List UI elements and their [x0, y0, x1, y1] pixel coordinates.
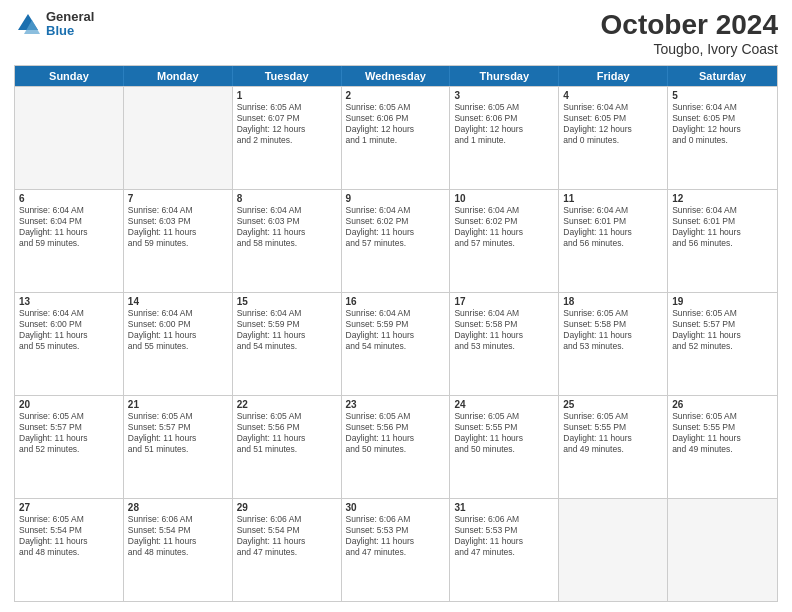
- day-info: Sunrise: 6:04 AM Sunset: 5:59 PM Dayligh…: [346, 308, 446, 352]
- day-cell-11: 11Sunrise: 6:04 AM Sunset: 6:01 PM Dayli…: [559, 190, 668, 292]
- day-number: 26: [672, 399, 773, 410]
- title-block: October 2024 Tougbo, Ivory Coast: [601, 10, 778, 57]
- day-number: 2: [346, 90, 446, 101]
- day-info: Sunrise: 6:06 AM Sunset: 5:53 PM Dayligh…: [454, 514, 554, 558]
- day-number: 21: [128, 399, 228, 410]
- day-number: 8: [237, 193, 337, 204]
- day-info: Sunrise: 6:05 AM Sunset: 5:56 PM Dayligh…: [346, 411, 446, 455]
- header-day-sunday: Sunday: [15, 66, 124, 86]
- calendar-row-2: 6Sunrise: 6:04 AM Sunset: 6:04 PM Daylig…: [15, 189, 777, 292]
- day-info: Sunrise: 6:04 AM Sunset: 6:02 PM Dayligh…: [454, 205, 554, 249]
- day-number: 5: [672, 90, 773, 101]
- day-cell-7: 7Sunrise: 6:04 AM Sunset: 6:03 PM Daylig…: [124, 190, 233, 292]
- day-cell-28: 28Sunrise: 6:06 AM Sunset: 5:54 PM Dayli…: [124, 499, 233, 601]
- day-number: 29: [237, 502, 337, 513]
- day-cell-18: 18Sunrise: 6:05 AM Sunset: 5:58 PM Dayli…: [559, 293, 668, 395]
- day-cell-17: 17Sunrise: 6:04 AM Sunset: 5:58 PM Dayli…: [450, 293, 559, 395]
- day-cell-8: 8Sunrise: 6:04 AM Sunset: 6:03 PM Daylig…: [233, 190, 342, 292]
- logo-general-label: General: [46, 10, 94, 24]
- day-info: Sunrise: 6:04 AM Sunset: 5:58 PM Dayligh…: [454, 308, 554, 352]
- day-cell-5: 5Sunrise: 6:04 AM Sunset: 6:05 PM Daylig…: [668, 87, 777, 189]
- day-info: Sunrise: 6:04 AM Sunset: 6:04 PM Dayligh…: [19, 205, 119, 249]
- day-info: Sunrise: 6:05 AM Sunset: 5:57 PM Dayligh…: [672, 308, 773, 352]
- header-day-wednesday: Wednesday: [342, 66, 451, 86]
- day-number: 4: [563, 90, 663, 101]
- day-number: 20: [19, 399, 119, 410]
- day-number: 16: [346, 296, 446, 307]
- day-number: 30: [346, 502, 446, 513]
- day-cell-4: 4Sunrise: 6:04 AM Sunset: 6:05 PM Daylig…: [559, 87, 668, 189]
- header-day-tuesday: Tuesday: [233, 66, 342, 86]
- header-day-monday: Monday: [124, 66, 233, 86]
- day-info: Sunrise: 6:05 AM Sunset: 5:54 PM Dayligh…: [19, 514, 119, 558]
- day-cell-2: 2Sunrise: 6:05 AM Sunset: 6:06 PM Daylig…: [342, 87, 451, 189]
- day-info: Sunrise: 6:04 AM Sunset: 6:03 PM Dayligh…: [237, 205, 337, 249]
- day-number: 10: [454, 193, 554, 204]
- calendar-row-3: 13Sunrise: 6:04 AM Sunset: 6:00 PM Dayli…: [15, 292, 777, 395]
- header: General Blue October 2024 Tougbo, Ivory …: [14, 10, 778, 57]
- empty-cell: [124, 87, 233, 189]
- day-number: 15: [237, 296, 337, 307]
- day-info: Sunrise: 6:04 AM Sunset: 6:02 PM Dayligh…: [346, 205, 446, 249]
- day-number: 28: [128, 502, 228, 513]
- day-number: 27: [19, 502, 119, 513]
- day-info: Sunrise: 6:06 AM Sunset: 5:53 PM Dayligh…: [346, 514, 446, 558]
- day-number: 22: [237, 399, 337, 410]
- day-number: 13: [19, 296, 119, 307]
- day-cell-21: 21Sunrise: 6:05 AM Sunset: 5:57 PM Dayli…: [124, 396, 233, 498]
- day-cell-26: 26Sunrise: 6:05 AM Sunset: 5:55 PM Dayli…: [668, 396, 777, 498]
- day-number: 25: [563, 399, 663, 410]
- day-info: Sunrise: 6:05 AM Sunset: 5:57 PM Dayligh…: [19, 411, 119, 455]
- empty-cell: [559, 499, 668, 601]
- day-cell-25: 25Sunrise: 6:05 AM Sunset: 5:55 PM Dayli…: [559, 396, 668, 498]
- day-cell-20: 20Sunrise: 6:05 AM Sunset: 5:57 PM Dayli…: [15, 396, 124, 498]
- day-cell-14: 14Sunrise: 6:04 AM Sunset: 6:00 PM Dayli…: [124, 293, 233, 395]
- logo-icon: [14, 10, 42, 38]
- day-info: Sunrise: 6:05 AM Sunset: 5:57 PM Dayligh…: [128, 411, 228, 455]
- day-number: 3: [454, 90, 554, 101]
- day-number: 7: [128, 193, 228, 204]
- day-info: Sunrise: 6:05 AM Sunset: 5:55 PM Dayligh…: [563, 411, 663, 455]
- day-cell-9: 9Sunrise: 6:04 AM Sunset: 6:02 PM Daylig…: [342, 190, 451, 292]
- day-cell-12: 12Sunrise: 6:04 AM Sunset: 6:01 PM Dayli…: [668, 190, 777, 292]
- day-info: Sunrise: 6:04 AM Sunset: 6:01 PM Dayligh…: [672, 205, 773, 249]
- logo-blue-label: Blue: [46, 24, 94, 38]
- day-cell-1: 1Sunrise: 6:05 AM Sunset: 6:07 PM Daylig…: [233, 87, 342, 189]
- day-info: Sunrise: 6:04 AM Sunset: 6:03 PM Dayligh…: [128, 205, 228, 249]
- day-number: 1: [237, 90, 337, 101]
- day-info: Sunrise: 6:05 AM Sunset: 5:58 PM Dayligh…: [563, 308, 663, 352]
- calendar-row-5: 27Sunrise: 6:05 AM Sunset: 5:54 PM Dayli…: [15, 498, 777, 601]
- day-cell-10: 10Sunrise: 6:04 AM Sunset: 6:02 PM Dayli…: [450, 190, 559, 292]
- calendar-row-1: 1Sunrise: 6:05 AM Sunset: 6:07 PM Daylig…: [15, 86, 777, 189]
- day-cell-13: 13Sunrise: 6:04 AM Sunset: 6:00 PM Dayli…: [15, 293, 124, 395]
- empty-cell: [668, 499, 777, 601]
- day-info: Sunrise: 6:05 AM Sunset: 6:06 PM Dayligh…: [346, 102, 446, 146]
- day-number: 31: [454, 502, 554, 513]
- day-cell-22: 22Sunrise: 6:05 AM Sunset: 5:56 PM Dayli…: [233, 396, 342, 498]
- day-number: 17: [454, 296, 554, 307]
- day-cell-15: 15Sunrise: 6:04 AM Sunset: 5:59 PM Dayli…: [233, 293, 342, 395]
- logo: General Blue: [14, 10, 94, 39]
- day-info: Sunrise: 6:06 AM Sunset: 5:54 PM Dayligh…: [128, 514, 228, 558]
- calendar-body: 1Sunrise: 6:05 AM Sunset: 6:07 PM Daylig…: [15, 86, 777, 601]
- header-day-thursday: Thursday: [450, 66, 559, 86]
- day-number: 11: [563, 193, 663, 204]
- logo-text: General Blue: [46, 10, 94, 39]
- day-info: Sunrise: 6:04 AM Sunset: 6:05 PM Dayligh…: [672, 102, 773, 146]
- calendar-row-4: 20Sunrise: 6:05 AM Sunset: 5:57 PM Dayli…: [15, 395, 777, 498]
- calendar-subtitle: Tougbo, Ivory Coast: [601, 41, 778, 57]
- day-info: Sunrise: 6:05 AM Sunset: 5:55 PM Dayligh…: [454, 411, 554, 455]
- day-number: 6: [19, 193, 119, 204]
- header-day-saturday: Saturday: [668, 66, 777, 86]
- day-cell-23: 23Sunrise: 6:05 AM Sunset: 5:56 PM Dayli…: [342, 396, 451, 498]
- day-number: 19: [672, 296, 773, 307]
- day-number: 18: [563, 296, 663, 307]
- day-cell-3: 3Sunrise: 6:05 AM Sunset: 6:06 PM Daylig…: [450, 87, 559, 189]
- calendar: SundayMondayTuesdayWednesdayThursdayFrid…: [14, 65, 778, 602]
- day-info: Sunrise: 6:05 AM Sunset: 5:55 PM Dayligh…: [672, 411, 773, 455]
- day-info: Sunrise: 6:04 AM Sunset: 6:01 PM Dayligh…: [563, 205, 663, 249]
- empty-cell: [15, 87, 124, 189]
- day-number: 9: [346, 193, 446, 204]
- day-info: Sunrise: 6:05 AM Sunset: 6:07 PM Dayligh…: [237, 102, 337, 146]
- day-number: 14: [128, 296, 228, 307]
